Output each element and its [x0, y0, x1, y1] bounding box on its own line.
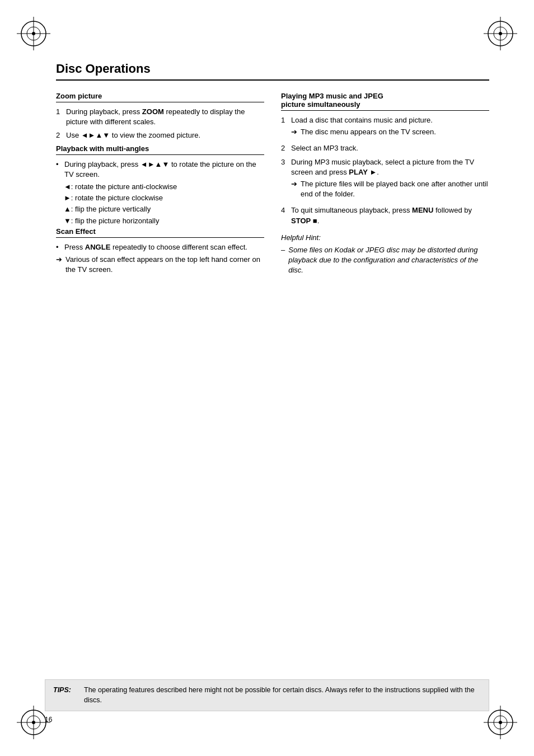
- multi-angles-heading: Playback with multi-angles: [56, 144, 264, 155]
- corner-mark-tr: [484, 17, 517, 50]
- mp3-item-2-text: Select an MP3 track.: [291, 143, 358, 153]
- hint-dash-symbol: –: [281, 245, 285, 276]
- multi-angles-text: During playback, press ◄►▲▼ to rotate th…: [64, 159, 264, 180]
- sub-item-up: ▲: flip the picture vertically: [64, 204, 264, 214]
- page-title: Disc Operations: [56, 62, 489, 81]
- sub-item-left: ◄: rotate the picture anti-clockwise: [64, 182, 264, 192]
- zoom-picture-item-1-text: During playback, press ZOOM repeatedly t…: [66, 107, 264, 127]
- item-number: 2: [56, 130, 63, 140]
- zoom-picture-heading: Zoom picture: [56, 92, 264, 102]
- arrow-icon: ➔: [291, 127, 298, 137]
- corner-mark-tl: [17, 17, 50, 50]
- tips-text: The operating features described here mi…: [84, 685, 481, 705]
- item-number: 4: [281, 205, 288, 226]
- scan-effect-heading: Scan Effect: [56, 227, 264, 238]
- scan-effect-bullet: • Press ANGLE repeatedly to choose diffe…: [56, 242, 264, 252]
- sub-item-left-text: ◄: rotate the picture anti-clockwise: [64, 182, 177, 192]
- mp3-item-3-content: During MP3 music playback, select a pict…: [291, 157, 489, 203]
- right-column: Playing MP3 music and JPEG picture simul…: [281, 92, 489, 278]
- playing-mp3-section: Playing MP3 music and JPEG picture simul…: [281, 92, 489, 275]
- scan-effect-section: Scan Effect • Press ANGLE repeatedly to …: [56, 227, 264, 275]
- zoom-picture-section: Zoom picture 1 During playback, press ZO…: [56, 92, 264, 141]
- mp3-item-2: 2 Select an MP3 track.: [281, 143, 489, 153]
- zoom-picture-item-2: 2 Use ◄►▲▼ to view the zoomed picture.: [56, 130, 264, 140]
- playing-mp3-heading: Playing MP3 music and JPEG picture simul…: [281, 92, 489, 111]
- sub-item-down: ▼: flip the picture horizontally: [64, 216, 264, 226]
- mp3-item-3: 3 During MP3 music playback, select a pi…: [281, 157, 489, 203]
- bullet-symbol: •: [56, 159, 62, 180]
- mp3-item-1-arrow: ➔ The disc menu appears on the TV screen…: [291, 127, 436, 137]
- arrow-icon: ➔: [56, 255, 63, 275]
- arrow-icon: ➔: [291, 179, 298, 199]
- tips-label: TIPS:: [53, 685, 78, 705]
- mp3-item-1-content: Load a disc that contains music and pict…: [291, 115, 436, 140]
- playing-mp3-list: 1 Load a disc that contains music and pi…: [281, 115, 489, 226]
- mp3-item-3-arrow-text: The picture files will be played back on…: [301, 179, 489, 199]
- sub-item-down-text: ▼: flip the picture horizontally: [64, 216, 159, 226]
- bullet-symbol: •: [56, 242, 62, 252]
- zoom-picture-item-2-text: Use ◄►▲▼ to view the zoomed picture.: [66, 130, 200, 140]
- item-number: 2: [281, 143, 288, 153]
- two-column-layout: Zoom picture 1 During playback, press ZO…: [56, 92, 489, 278]
- mp3-item-3-arrow: ➔ The picture files will be played back …: [291, 179, 489, 199]
- item-number: 1: [281, 115, 288, 140]
- zoom-picture-list: 1 During playback, press ZOOM repeatedly…: [56, 107, 264, 141]
- multi-angles-section: Playback with multi-angles • During play…: [56, 144, 264, 226]
- helpful-hint-text: Some files on Kodak or JPEG disc may be …: [288, 245, 489, 276]
- helpful-hint: Helpful Hint: – Some files on Kodak or J…: [281, 233, 489, 276]
- left-column: Zoom picture 1 During playback, press ZO…: [56, 92, 264, 278]
- item-number: 3: [281, 157, 288, 203]
- scan-effect-text: Press ANGLE repeatedly to choose differe…: [64, 242, 247, 252]
- scan-effect-arrow-item: ➔ Various of scan effect appears on the …: [56, 255, 264, 275]
- multi-angles-bullet: • During playback, press ◄►▲▼ to rotate …: [56, 159, 264, 180]
- page-number: 16: [45, 716, 52, 724]
- mp3-item-1-arrow-text: The disc menu appears on the TV screen.: [301, 127, 436, 137]
- tips-box: TIPS: The operating features described h…: [45, 679, 489, 711]
- mp3-item-1: 1 Load a disc that contains music and pi…: [281, 115, 489, 140]
- scan-effect-arrow-text: Various of scan effect appears on the to…: [65, 255, 264, 275]
- sub-item-right-text: ►: rotate the picture clockwise: [64, 193, 163, 203]
- helpful-hint-content: – Some files on Kodak or JPEG disc may b…: [281, 245, 489, 276]
- sub-item-up-text: ▲: flip the picture vertically: [64, 204, 151, 214]
- playing-mp3-heading-line1: Playing MP3 music and JPEG: [281, 92, 383, 100]
- item-number: 1: [56, 107, 63, 127]
- mp3-item-4-text: To quit simultaneous playback, press MEN…: [291, 205, 489, 226]
- playing-mp3-heading-line2: picture simultaneously: [281, 100, 360, 109]
- sub-item-right: ►: rotate the picture clockwise: [64, 193, 264, 203]
- zoom-picture-item-1: 1 During playback, press ZOOM repeatedly…: [56, 107, 264, 127]
- main-content: Disc Operations Zoom picture 1 During pl…: [56, 62, 489, 278]
- mp3-item-4: 4 To quit simultaneous playback, press M…: [281, 205, 489, 226]
- helpful-hint-label: Helpful Hint:: [281, 233, 489, 243]
- multi-angles-sub-list: ◄: rotate the picture anti-clockwise ►: …: [56, 182, 264, 226]
- scan-effect-list: • Press ANGLE repeatedly to choose diffe…: [56, 242, 264, 252]
- multi-angles-list: • During playback, press ◄►▲▼ to rotate …: [56, 159, 264, 180]
